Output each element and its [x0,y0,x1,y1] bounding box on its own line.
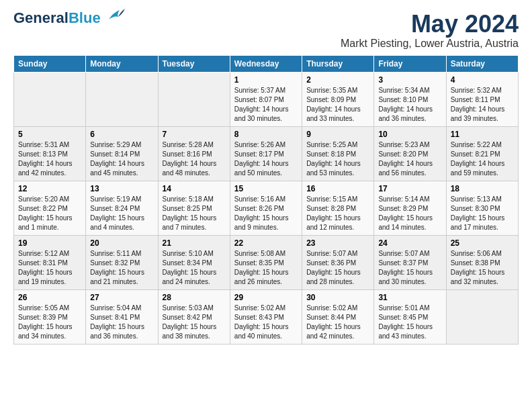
calendar-cell: 9Sunrise: 5:25 AM Sunset: 8:18 PM Daylig… [302,126,374,181]
calendar-cell: 29Sunrise: 5:02 AM Sunset: 8:43 PM Dayli… [230,289,302,344]
day-info: Sunrise: 5:34 AM Sunset: 8:10 PM Dayligh… [378,86,441,124]
day-info: Sunrise: 5:20 AM Sunset: 8:22 PM Dayligh… [18,195,81,232]
day-number: 11 [451,130,514,139]
day-number: 18 [451,184,514,193]
calendar-cell: 12Sunrise: 5:20 AM Sunset: 8:22 PM Dayli… [14,181,86,235]
day-number: 4 [451,75,514,85]
day-info: Sunrise: 5:07 AM Sunset: 8:36 PM Dayligh… [306,249,369,287]
day-info: Sunrise: 5:22 AM Sunset: 8:21 PM Dayligh… [451,140,514,178]
day-info: Sunrise: 5:05 AM Sunset: 8:39 PM Dayligh… [18,304,81,341]
calendar-cell: 21Sunrise: 5:10 AM Sunset: 8:34 PM Dayli… [158,235,230,289]
week-row-5: 26Sunrise: 5:05 AM Sunset: 8:39 PM Dayli… [14,289,519,344]
calendar-cell: 26Sunrise: 5:05 AM Sunset: 8:39 PM Dayli… [14,289,86,344]
day-info: Sunrise: 5:23 AM Sunset: 8:20 PM Dayligh… [378,140,441,178]
location-subtitle: Markt Piesting, Lower Austria, Austria [341,38,519,50]
day-info: Sunrise: 5:19 AM Sunset: 8:24 PM Dayligh… [90,195,153,232]
day-info: Sunrise: 5:26 AM Sunset: 8:17 PM Dayligh… [234,140,298,178]
day-number: 16 [306,184,369,193]
calendar-cell: 17Sunrise: 5:14 AM Sunset: 8:29 PM Dayli… [374,181,446,235]
calendar-cell: 2Sunrise: 5:35 AM Sunset: 8:09 PM Daylig… [302,72,374,126]
day-number: 28 [163,293,226,302]
day-info: Sunrise: 5:29 AM Sunset: 8:14 PM Dayligh… [90,140,153,178]
day-info: Sunrise: 5:15 AM Sunset: 8:28 PM Dayligh… [306,195,369,232]
calendar-cell: 3Sunrise: 5:34 AM Sunset: 8:10 PM Daylig… [374,72,446,126]
day-info: Sunrise: 5:32 AM Sunset: 8:11 PM Dayligh… [451,86,514,124]
calendar-cell: 28Sunrise: 5:03 AM Sunset: 8:42 PM Dayli… [158,289,230,344]
day-info: Sunrise: 5:18 AM Sunset: 8:25 PM Dayligh… [163,195,226,232]
calendar-cell: 25Sunrise: 5:06 AM Sunset: 8:38 PM Dayli… [446,235,518,289]
calendar-cell [86,72,158,126]
day-info: Sunrise: 5:03 AM Sunset: 8:42 PM Dayligh… [163,304,226,341]
day-header-wednesday: Wednesday [230,55,302,72]
calendar-cell: 15Sunrise: 5:16 AM Sunset: 8:26 PM Dayli… [230,181,302,235]
calendar-cell: 1Sunrise: 5:37 AM Sunset: 8:07 PM Daylig… [230,72,302,126]
calendar-cell: 20Sunrise: 5:11 AM Sunset: 8:32 PM Dayli… [86,235,158,289]
day-number: 25 [451,238,514,248]
day-number: 3 [378,75,441,85]
day-info: Sunrise: 5:07 AM Sunset: 8:37 PM Dayligh… [378,249,441,287]
month-year-title: May 2024 [341,11,519,38]
day-header-monday: Monday [86,55,158,72]
day-number: 5 [18,130,81,139]
calendar-cell: 19Sunrise: 5:12 AM Sunset: 8:31 PM Dayli… [14,235,86,289]
calendar-cell: 24Sunrise: 5:07 AM Sunset: 8:37 PM Dayli… [374,235,446,289]
day-number: 19 [18,238,81,248]
calendar-cell: 27Sunrise: 5:04 AM Sunset: 8:41 PM Dayli… [86,289,158,344]
day-number: 23 [306,238,369,248]
day-number: 7 [163,130,226,139]
day-number: 20 [90,238,153,248]
calendar-cell: 4Sunrise: 5:32 AM Sunset: 8:11 PM Daylig… [446,72,518,126]
calendar-cell: 31Sunrise: 5:01 AM Sunset: 8:45 PM Dayli… [374,289,446,344]
day-header-tuesday: Tuesday [158,55,230,72]
header-row: SundayMondayTuesdayWednesdayThursdayFrid… [14,55,519,72]
day-info: Sunrise: 5:06 AM Sunset: 8:38 PM Dayligh… [451,249,514,287]
calendar-cell: 10Sunrise: 5:23 AM Sunset: 8:20 PM Dayli… [374,126,446,181]
calendar-cell: 14Sunrise: 5:18 AM Sunset: 8:25 PM Dayli… [158,181,230,235]
day-header-sunday: Sunday [14,55,86,72]
day-number: 31 [378,293,441,302]
day-info: Sunrise: 5:02 AM Sunset: 8:44 PM Dayligh… [306,304,369,341]
calendar-cell [446,289,518,344]
day-info: Sunrise: 5:11 AM Sunset: 8:32 PM Dayligh… [90,249,153,287]
day-info: Sunrise: 5:12 AM Sunset: 8:31 PM Dayligh… [18,249,81,287]
day-info: Sunrise: 5:08 AM Sunset: 8:35 PM Dayligh… [234,249,298,287]
day-number: 1 [234,75,298,85]
day-number: 13 [90,184,153,193]
day-number: 26 [18,293,81,302]
day-header-thursday: Thursday [302,55,374,72]
day-header-saturday: Saturday [446,55,518,72]
day-info: Sunrise: 5:14 AM Sunset: 8:29 PM Dayligh… [378,195,441,232]
day-number: 17 [378,184,441,193]
page-header: GeneralBlue May 2024 Markt Piesting, Low… [13,11,519,50]
day-info: Sunrise: 5:13 AM Sunset: 8:30 PM Dayligh… [451,195,514,232]
day-number: 2 [306,75,369,85]
logo-text: GeneralBlue [13,11,101,26]
day-number: 12 [18,184,81,193]
day-number: 30 [306,293,369,302]
calendar-cell: 7Sunrise: 5:28 AM Sunset: 8:16 PM Daylig… [158,126,230,181]
day-info: Sunrise: 5:31 AM Sunset: 8:13 PM Dayligh… [18,140,81,178]
calendar-cell: 30Sunrise: 5:02 AM Sunset: 8:44 PM Dayli… [302,289,374,344]
week-row-3: 12Sunrise: 5:20 AM Sunset: 8:22 PM Dayli… [14,181,519,235]
day-number: 8 [234,130,298,139]
day-info: Sunrise: 5:28 AM Sunset: 8:16 PM Dayligh… [163,140,226,178]
calendar-cell: 22Sunrise: 5:08 AM Sunset: 8:35 PM Dayli… [230,235,302,289]
logo-bird-icon [103,7,125,24]
day-info: Sunrise: 5:10 AM Sunset: 8:34 PM Dayligh… [163,249,226,287]
day-number: 24 [378,238,441,248]
day-number: 21 [163,238,226,248]
day-info: Sunrise: 5:25 AM Sunset: 8:18 PM Dayligh… [306,140,369,178]
title-block: May 2024 Markt Piesting, Lower Austria, … [341,11,519,50]
calendar-table: SundayMondayTuesdayWednesdayThursdayFrid… [13,55,519,345]
calendar-cell: 23Sunrise: 5:07 AM Sunset: 8:36 PM Dayli… [302,235,374,289]
calendar-cell [158,72,230,126]
day-number: 22 [234,238,298,248]
week-row-2: 5Sunrise: 5:31 AM Sunset: 8:13 PM Daylig… [14,126,519,181]
calendar-cell: 16Sunrise: 5:15 AM Sunset: 8:28 PM Dayli… [302,181,374,235]
day-number: 27 [90,293,153,302]
day-number: 29 [234,293,298,302]
day-info: Sunrise: 5:04 AM Sunset: 8:41 PM Dayligh… [90,304,153,341]
calendar-body: 1Sunrise: 5:37 AM Sunset: 8:07 PM Daylig… [14,72,519,344]
day-number: 6 [90,130,153,139]
calendar-cell: 18Sunrise: 5:13 AM Sunset: 8:30 PM Dayli… [446,181,518,235]
